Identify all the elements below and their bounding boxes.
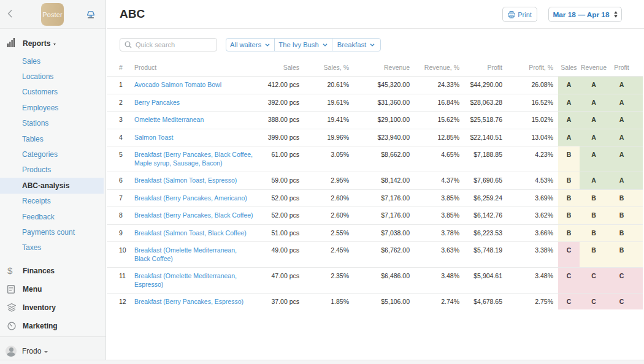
- svg-text:$: $: [7, 266, 13, 276]
